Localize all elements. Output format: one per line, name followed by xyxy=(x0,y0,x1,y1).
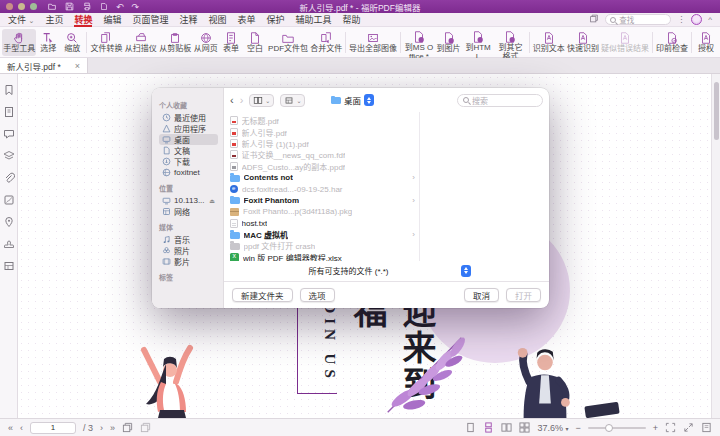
first-page-icon[interactable]: « xyxy=(8,423,13,433)
sidebar-item-recents[interactable]: 最近使用 xyxy=(159,112,218,123)
file-row[interactable]: 新人引导 (1)(1).pdf xyxy=(224,138,419,149)
menu-comment[interactable]: 注释 xyxy=(179,13,197,27)
location-dropdown[interactable]: 桌面 xyxy=(331,94,374,106)
menu-view[interactable]: 视图 xyxy=(208,13,226,27)
account-avatar[interactable] xyxy=(691,14,702,25)
bookmarks-panel-icon[interactable] xyxy=(3,84,15,96)
zoom-in-icon[interactable]: + xyxy=(653,423,658,433)
single-page-view-icon[interactable] xyxy=(465,422,476,433)
previous-page-icon[interactable]: ‹ xyxy=(20,423,23,433)
quad-view-icon[interactable] xyxy=(519,422,530,433)
folder-row[interactable]: MAC 虚拟机› xyxy=(224,229,419,240)
attachments-panel-icon[interactable] xyxy=(3,172,15,184)
vertical-scrollbar[interactable] xyxy=(711,74,720,418)
tool-from-web[interactable]: 从网页 xyxy=(192,29,219,56)
sidebar-item-documents[interactable]: 文稿 xyxy=(159,145,218,156)
stamps-panel-icon[interactable] xyxy=(3,238,15,250)
undo-icon[interactable]: ↶ xyxy=(116,2,124,12)
sidebar-item-server[interactable]: 10.113...⏏ xyxy=(159,195,218,206)
sidebar-item-music[interactable]: 音乐 xyxy=(159,234,218,245)
redo-icon[interactable]: ↷ xyxy=(132,2,140,12)
close-window-button[interactable] xyxy=(6,3,13,10)
zoom-out-icon[interactable]: − xyxy=(575,423,580,433)
tool-to-ms-office[interactable]: 到MS Office * xyxy=(403,29,435,56)
dialog-search-input[interactable]: 搜索 xyxy=(457,94,543,107)
comments-panel-icon[interactable] xyxy=(3,128,15,140)
tab-document[interactable]: 新人引导.pdf * × xyxy=(0,58,88,73)
fields-panel-icon[interactable] xyxy=(3,260,15,272)
file-row[interactable]: win 版 PDF 编辑器教程.xlsx xyxy=(224,252,419,261)
zoom-slider-knob[interactable] xyxy=(605,424,613,432)
sidebar-item-desktop[interactable]: 桌面 xyxy=(159,134,218,145)
fit-page-icon[interactable] xyxy=(665,422,676,433)
file-row[interactable]: host.txt xyxy=(224,218,419,229)
facing-view-icon[interactable] xyxy=(501,422,512,433)
destinations-panel-icon[interactable] xyxy=(3,216,15,228)
tool-from-scanner[interactable]: 从扫描仪 xyxy=(124,29,158,56)
options-button[interactable]: 选项 xyxy=(300,288,335,302)
sidebar-item-applications[interactable]: 应用程序 xyxy=(159,123,218,134)
tool-select[interactable]: 选择 xyxy=(36,29,60,56)
tool-from-clipboard[interactable]: 从剪贴板 xyxy=(158,29,192,56)
menu-page-management[interactable]: 页面管理 xyxy=(132,13,168,27)
page-setup-icon[interactable] xyxy=(100,2,108,11)
collapse-ribbon-icon[interactable]: ^ xyxy=(708,15,712,24)
sidebar-item-movies[interactable]: 影片 xyxy=(159,256,218,267)
menu-protect[interactable]: 保护 xyxy=(267,13,285,27)
continuous-view-icon[interactable] xyxy=(483,422,494,433)
new-folder-button[interactable]: 新建文件夹 xyxy=(232,288,293,302)
tool-zoom[interactable]: 缩放 xyxy=(60,29,84,56)
zoom-level-dropdown[interactable]: 37.6% ▾ xyxy=(537,423,568,433)
tool-to-image[interactable]: 到图片 xyxy=(435,29,462,56)
sidebar-item-network[interactable]: 网络 xyxy=(159,206,218,217)
open-file-icon[interactable] xyxy=(47,2,57,11)
file-row[interactable]: 证书交换__news_qq_com.fdf xyxy=(224,149,419,160)
menu-help[interactable]: 帮助 xyxy=(343,13,361,27)
menu-convert[interactable]: 转换 xyxy=(74,13,92,27)
tool-pdf-portfolio[interactable]: PDF文件包 xyxy=(267,29,309,56)
sidebar-item-photos[interactable]: 照片 xyxy=(159,245,218,256)
group-by-button[interactable]: ⌄ xyxy=(280,94,305,107)
tool-form[interactable]: 表单 xyxy=(219,29,243,56)
file-row[interactable]: ADFS_Custo...ay的副本.ppdf xyxy=(224,161,419,172)
close-tab-icon[interactable]: × xyxy=(75,61,80,71)
next-view-icon[interactable] xyxy=(140,422,151,433)
file-row[interactable]: Foxit Phanto...p(3d4f118a).pkg xyxy=(224,206,419,217)
menu-home[interactable]: 主页 xyxy=(45,13,63,27)
tool-preflight[interactable]: 印前检查 xyxy=(655,29,689,56)
zoom-window-button[interactable] xyxy=(30,3,37,10)
read-mode-icon[interactable] xyxy=(701,422,712,433)
menu-file[interactable]: 文件 ⌄ xyxy=(8,13,34,27)
minimize-window-button[interactable] xyxy=(18,3,25,10)
file-type-dropdown[interactable]: 所有可支持的文件 (*.*) xyxy=(303,264,471,277)
scrollbar-thumb[interactable] xyxy=(714,82,719,140)
zoom-slider[interactable] xyxy=(588,427,646,429)
tool-ocr-text[interactable]: 识别文本 xyxy=(532,29,566,56)
save-icon[interactable] xyxy=(65,2,74,11)
menu-accessibility[interactable]: 辅助工具 xyxy=(296,13,332,27)
signatures-panel-icon[interactable] xyxy=(3,194,15,206)
cancel-button[interactable]: 取消 xyxy=(464,288,499,302)
folder-row[interactable]: Contents not› xyxy=(224,172,419,183)
page-number-input[interactable] xyxy=(30,422,76,434)
tool-quick-ocr[interactable]: 快速识别 xyxy=(566,29,600,56)
eject-icon[interactable]: ⏏ xyxy=(209,197,215,204)
file-row[interactable]: dcs.foxitread...-09-19-25.har xyxy=(224,183,419,194)
next-page-icon[interactable]: › xyxy=(100,423,103,433)
more-options-icon[interactable]: ⋮ xyxy=(677,15,685,24)
tool-authorize[interactable]: 授权 xyxy=(694,29,718,56)
last-page-icon[interactable]: » xyxy=(110,423,115,433)
tool-to-html[interactable]: 到HTML xyxy=(462,29,494,56)
print-icon[interactable] xyxy=(82,2,92,11)
tool-file-convert[interactable]: 文件转换 xyxy=(89,29,123,56)
sidebar-item-foxitnet[interactable]: foxitnet xyxy=(159,167,218,178)
menu-edit[interactable]: 编辑 xyxy=(103,13,121,27)
tool-blank[interactable]: 空白 xyxy=(243,29,267,56)
view-mode-columns-button[interactable]: ⌄ xyxy=(249,94,274,107)
fullscreen-icon[interactable] xyxy=(683,422,694,433)
file-row[interactable]: ppdf 文件打开 crash xyxy=(224,240,419,251)
sidebar-item-downloads[interactable]: 下载 xyxy=(159,156,218,167)
tool-export-images[interactable]: 导出全部图像 xyxy=(348,29,398,56)
tool-hand[interactable]: 手型工具 xyxy=(2,29,36,56)
file-row[interactable]: 新人引导.pdf xyxy=(224,126,419,137)
